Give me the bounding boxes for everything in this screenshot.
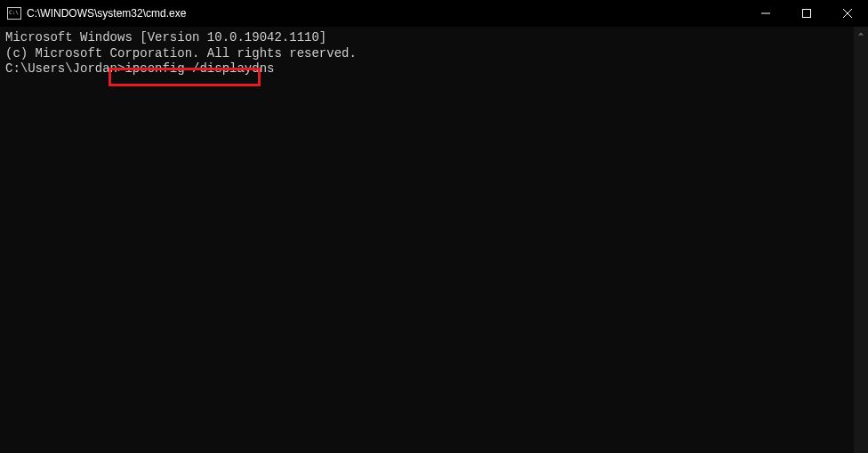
maximize-button[interactable]	[786, 0, 827, 27]
close-icon	[843, 9, 852, 18]
titlebar-left: C:\WINDOWS\system32\cmd.exe	[0, 7, 186, 20]
terminal-content: Microsoft Windows [Version 10.0.19042.11…	[0, 27, 854, 453]
prompt-line: C:\Users\Jordan>ipconfig /displaydns	[5, 61, 848, 77]
window-title: C:\WINDOWS\system32\cmd.exe	[27, 7, 186, 20]
scrollbar[interactable]	[854, 27, 868, 453]
svg-rect-1	[803, 10, 811, 18]
copyright-line: (c) Microsoft Corporation. All rights re…	[5, 46, 848, 62]
scroll-up-button[interactable]	[854, 27, 868, 41]
chevron-up-icon	[857, 30, 864, 37]
terminal-area[interactable]: Microsoft Windows [Version 10.0.19042.11…	[0, 27, 868, 453]
minimize-icon	[761, 9, 770, 18]
minimize-button[interactable]	[745, 0, 786, 27]
command-text[interactable]: ipconfig /displaydns	[125, 61, 274, 76]
close-button[interactable]	[827, 0, 868, 27]
titlebar[interactable]: C:\WINDOWS\system32\cmd.exe	[0, 0, 868, 27]
maximize-icon	[802, 9, 811, 18]
version-line: Microsoft Windows [Version 10.0.19042.11…	[5, 30, 848, 46]
prompt-text: C:\Users\Jordan>	[5, 61, 125, 76]
window-controls	[745, 0, 868, 27]
cmd-icon	[7, 7, 21, 20]
